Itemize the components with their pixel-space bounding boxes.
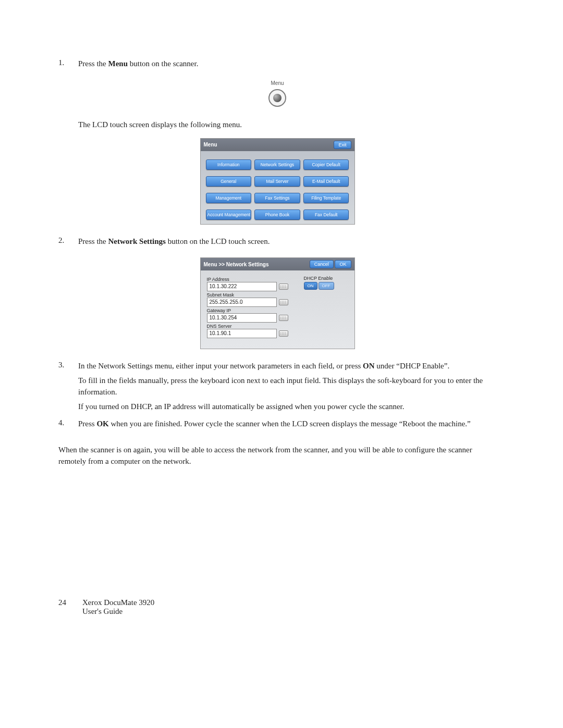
dns-server-input[interactable]: 10.1.90.1 xyxy=(207,329,277,338)
menu-btn-information[interactable]: Information xyxy=(206,159,252,170)
menu-btn-copier-default[interactable]: Copier Default xyxy=(303,159,349,170)
step-1-text: Press the Menu button on the scanner. xyxy=(78,58,496,70)
subnet-mask-input[interactable]: 255.255.255.0 xyxy=(207,298,277,307)
bold-text: ON xyxy=(363,362,375,370)
ip-address-label: IP Address xyxy=(207,277,288,282)
lcd-network-settings-screenshot: Menu >> Network Settings Cancel OK IP Ad… xyxy=(200,257,355,349)
footer-doc-title: User's Guide xyxy=(82,607,123,615)
menu-btn-account-management[interactable]: Account Management xyxy=(206,209,252,220)
footer-product: Xerox DocuMate 3920 xyxy=(82,598,154,607)
ip-address-input[interactable]: 10.1.30.222 xyxy=(207,282,277,291)
text: when you are finished. Power cycle the s… xyxy=(109,419,471,428)
menu-btn-phone-book[interactable]: Phone Book xyxy=(254,209,300,220)
step-number: 2. xyxy=(58,236,78,251)
text: under “DHCP Enable”. xyxy=(375,362,450,370)
step-2-text: Press the Network Settings button on the… xyxy=(78,236,496,248)
menu-btn-email-default[interactable]: E-Mail Default xyxy=(303,176,349,187)
page-number: 24 xyxy=(58,598,82,616)
closing-paragraph: When the scanner is on again, you will b… xyxy=(58,445,496,467)
step-3-p3: If you turned on DHCP, an IP address wil… xyxy=(78,401,496,413)
menu-button-figure: Menu xyxy=(58,80,496,109)
menu-physical-button-icon xyxy=(268,89,286,107)
keyboard-icon[interactable] xyxy=(279,315,288,321)
menu-btn-fax-default[interactable]: Fax Default xyxy=(303,209,349,220)
lcd-title: Menu xyxy=(204,142,217,147)
text: In the Network Settings menu, either inp… xyxy=(78,362,363,370)
ok-button[interactable]: OK xyxy=(335,260,351,268)
lcd-title: Menu >> Network Settings xyxy=(204,262,269,267)
gateway-ip-input[interactable]: 10.1.30.254 xyxy=(207,313,277,323)
keyboard-icon[interactable] xyxy=(279,330,288,337)
menu-btn-mail-server[interactable]: Mail Server xyxy=(254,176,300,187)
menu-btn-general[interactable]: General xyxy=(206,176,252,187)
keyboard-icon[interactable] xyxy=(279,299,288,305)
lcd-menu-screenshot: Menu Exit Information Network Settings C… xyxy=(200,138,355,225)
menu-btn-filing-template[interactable]: Filing Template xyxy=(303,193,349,203)
menu-btn-fax-settings[interactable]: Fax Settings xyxy=(254,193,300,203)
dns-server-label: DNS Server xyxy=(207,324,288,329)
cancel-button[interactable]: Cancel xyxy=(310,260,334,268)
dhcp-on-button[interactable]: ON xyxy=(304,282,317,290)
text: Press the xyxy=(78,59,108,68)
gateway-ip-label: Gateway IP xyxy=(207,308,288,313)
dhcp-toggle[interactable]: ON OFF xyxy=(304,282,348,290)
bold-text: Menu xyxy=(108,59,128,68)
menu-button-label: Menu xyxy=(58,80,496,86)
text: button on the LCD touch screen. xyxy=(166,237,270,245)
page-footer: 24 Xerox DocuMate 3920 User's Guide xyxy=(58,598,154,616)
step-number: 4. xyxy=(58,418,78,433)
subnet-mask-label: Subnet Mask xyxy=(207,292,288,298)
dhcp-off-button[interactable]: OFF xyxy=(319,282,334,290)
step-number: 1. xyxy=(58,58,78,73)
bold-text: OK xyxy=(96,419,108,428)
dhcp-enable-label: DHCP Enable xyxy=(304,276,348,281)
step-number: 3. xyxy=(58,361,78,415)
step-3-p2: To fill in the fields manually, press th… xyxy=(78,375,496,398)
keyboard-icon[interactable] xyxy=(279,283,288,290)
menu-btn-management[interactable]: Management xyxy=(206,193,252,203)
step-4-text: Press OK when you are finished. Power cy… xyxy=(78,418,496,430)
menu-btn-network-settings[interactable]: Network Settings xyxy=(254,159,300,170)
text: button on the scanner. xyxy=(128,59,198,68)
exit-button[interactable]: Exit xyxy=(334,141,351,149)
step-1-after: The LCD touch screen displays the follow… xyxy=(78,119,496,131)
text: Press xyxy=(78,419,96,428)
bold-text: Network Settings xyxy=(108,237,166,245)
step-3-p1: In the Network Settings menu, either inp… xyxy=(78,361,496,372)
text: Press the xyxy=(78,237,108,245)
